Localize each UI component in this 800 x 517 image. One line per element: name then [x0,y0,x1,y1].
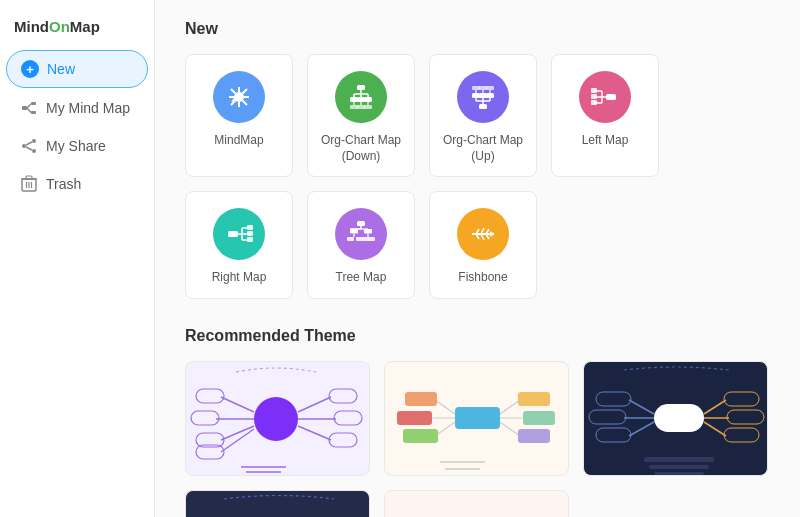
svg-rect-80 [356,237,363,241]
svg-marker-87 [490,231,494,237]
svg-rect-104 [329,389,357,403]
map-card-left[interactable]: Left Map [551,54,659,177]
map-card-mindmap[interactable]: MindMap [185,54,293,177]
svg-rect-40 [472,86,480,90]
svg-rect-55 [606,94,616,100]
sidebar-item-trash-label: Trash [46,176,81,192]
svg-rect-72 [247,237,253,242]
left-map-icon-circle [579,71,631,123]
svg-rect-79 [347,237,354,241]
sidebar-item-my-mind-map[interactable]: My Mind Map [6,90,148,126]
svg-rect-137 [727,410,764,424]
svg-line-4 [27,108,31,113]
main-content: New MindMap [155,0,800,517]
share-icon [20,137,38,155]
svg-line-132 [629,422,654,436]
logo-map: Map [70,18,100,35]
svg-rect-31 [350,97,358,102]
theme-card-1[interactable] [185,361,370,476]
org-down-label: Org-Chart Map (Down) [318,133,404,164]
svg-rect-98 [191,411,219,425]
map-card-org-up[interactable]: Org-Chart Map (Up) [429,54,537,177]
logo-mind: Mind [14,18,49,35]
svg-rect-62 [591,94,597,99]
org-down-icon-circle [335,71,387,123]
svg-rect-47 [479,93,487,98]
svg-rect-54 [479,104,487,109]
svg-rect-139 [724,428,759,442]
svg-line-21 [231,89,236,94]
svg-rect-142 [654,472,704,475]
svg-line-128 [629,400,654,414]
svg-line-113 [435,400,455,414]
map-card-org-down[interactable]: Org-Chart Map (Down) [307,54,415,177]
mind-map-icon [20,99,38,117]
sidebar-item-my-share[interactable]: My Share [6,128,148,164]
themes-grid [185,361,770,517]
svg-rect-42 [486,86,494,90]
svg-rect-70 [247,225,253,230]
svg-rect-73 [357,221,365,226]
svg-line-23 [243,89,248,94]
svg-rect-0 [22,106,27,110]
svg-rect-25 [357,85,365,90]
svg-rect-71 [247,231,253,236]
org-up-label: Org-Chart Map (Up) [440,133,526,164]
svg-point-94 [254,397,298,441]
svg-point-6 [22,144,26,148]
svg-rect-2 [31,111,36,114]
mindmap-label: MindMap [214,133,263,149]
svg-line-22 [243,101,248,106]
svg-line-134 [704,400,726,414]
new-icon: + [21,60,39,78]
tree-map-label: Tree Map [336,270,387,286]
sidebar-item-new[interactable]: + New [6,50,148,88]
svg-rect-120 [518,392,550,406]
theme-card-5[interactable] [384,490,569,517]
svg-rect-124 [518,429,550,443]
svg-rect-82 [368,237,375,241]
svg-line-107 [298,426,331,440]
map-types-grid: MindMap [185,54,770,299]
left-map-label: Left Map [582,133,629,149]
sidebar-item-trash[interactable]: Trash [6,166,148,202]
svg-rect-114 [405,392,437,406]
svg-rect-135 [724,392,759,406]
svg-line-103 [298,397,331,412]
svg-rect-38 [357,105,365,109]
svg-rect-106 [334,411,362,425]
svg-rect-75 [350,229,358,234]
svg-rect-61 [591,88,597,93]
svg-rect-37 [350,105,358,109]
svg-rect-33 [364,97,372,102]
theme-card-4[interactable] [185,490,370,517]
mindmap-icon-circle [213,71,265,123]
svg-rect-112 [455,407,500,429]
svg-point-5 [32,139,36,143]
svg-rect-108 [329,433,357,447]
map-card-right[interactable]: Right Map [185,191,293,299]
sidebar-item-new-label: New [47,61,75,77]
svg-rect-127 [654,404,704,432]
svg-line-8 [26,142,32,145]
svg-rect-116 [397,411,432,425]
svg-point-7 [32,149,36,153]
svg-line-138 [704,422,726,436]
right-map-icon-circle [213,208,265,260]
svg-rect-141 [649,465,709,469]
svg-rect-118 [403,429,438,443]
new-section-title: New [185,20,770,38]
svg-rect-1 [31,102,36,105]
theme-section-title: Recommended Theme [185,327,770,345]
map-card-fishbone[interactable]: Fishbone [429,191,537,299]
sidebar-item-my-mind-map-label: My Mind Map [46,100,130,116]
theme-card-2[interactable] [384,361,569,476]
svg-rect-81 [362,237,369,241]
svg-rect-129 [596,392,631,406]
logo-on: On [49,18,70,35]
svg-rect-32 [357,97,365,102]
map-card-tree[interactable]: Tree Map [307,191,415,299]
svg-line-123 [500,422,520,436]
theme-card-3[interactable] [583,361,768,476]
svg-rect-96 [196,389,224,403]
